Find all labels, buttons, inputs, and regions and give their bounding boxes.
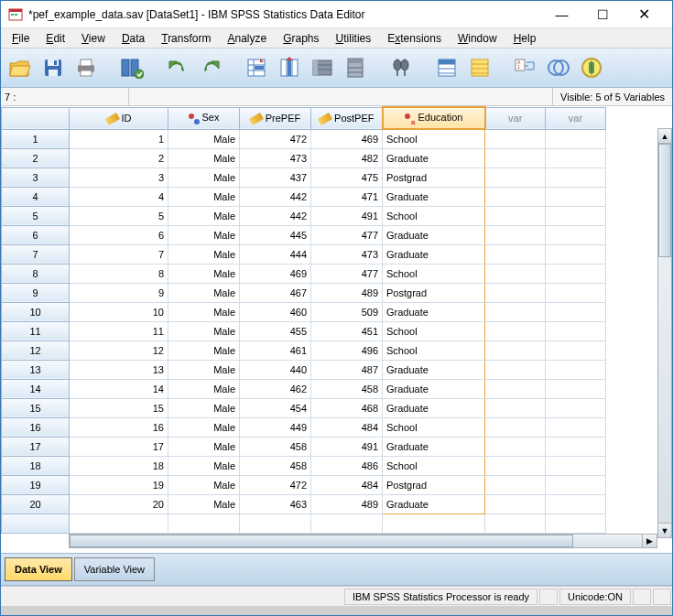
scroll-up-button[interactable]: ▲ [658,129,671,144]
data-cell[interactable] [546,244,606,264]
data-cell[interactable]: 484 [311,417,383,437]
row-header[interactable]: 12 [2,340,70,360]
data-cell[interactable]: 487 [311,360,383,379]
data-cell[interactable]: Postgrad [383,475,485,494]
row-header[interactable]: 13 [2,360,70,379]
data-cell[interactable]: Male [168,475,240,494]
row-header[interactable]: 11 [2,321,70,340]
data-cell[interactable]: School [383,129,485,148]
data-cell[interactable]: School [383,456,485,475]
row-header[interactable]: 3 [2,168,70,187]
goto-variable-button[interactable] [276,54,303,81]
variables-button[interactable] [309,54,336,81]
data-cell[interactable]: 463 [240,494,311,513]
data-cell[interactable]: 477 [311,225,383,244]
row-header[interactable]: 10 [2,302,70,321]
data-cell[interactable]: 12 [70,340,168,360]
data-cell[interactable]: 445 [240,225,311,244]
data-cell[interactable]: 10 [70,302,168,321]
data-cell[interactable]: 467 [240,283,311,302]
menu-data[interactable]: Data [114,30,152,47]
data-cell[interactable] [546,340,606,360]
data-cell[interactable] [485,264,546,283]
data-cell[interactable]: Graduate [383,225,485,244]
data-cell[interactable]: 473 [311,244,383,264]
data-cell[interactable]: 8 [70,264,168,283]
data-cell[interactable]: 491 [311,206,383,225]
data-cell[interactable]: Male [168,264,240,283]
scroll-right-button[interactable]: ▶ [642,535,657,547]
data-cell[interactable] [485,302,546,321]
show-all-variables-button[interactable] [578,54,605,81]
data-cell[interactable]: 3 [70,168,168,187]
data-cell[interactable]: 444 [240,244,311,264]
data-cell[interactable] [485,283,546,302]
data-cell[interactable]: School [383,321,485,340]
data-cell[interactable]: Graduate [383,437,485,456]
data-cell[interactable]: 5 [70,206,168,225]
open-button[interactable] [6,54,34,81]
data-cell[interactable]: Male [168,417,240,437]
data-cell[interactable]: Graduate [383,148,485,168]
row-header[interactable]: 18 [2,456,70,475]
row-header[interactable]: 9 [2,283,70,302]
data-cell[interactable]: 491 [311,437,383,456]
data-cell[interactable]: Graduate [383,398,485,417]
data-cell[interactable] [546,168,606,187]
data-cell[interactable]: 462 [240,379,311,398]
data-cell[interactable]: Graduate [383,187,485,206]
value-labels-button[interactable]: A1 [512,54,539,81]
data-cell[interactable] [168,513,240,533]
data-cell[interactable] [546,398,606,417]
row-header[interactable]: 7 [2,244,70,264]
row-header[interactable]: 16 [2,417,70,437]
data-cell[interactable]: 20 [70,494,168,513]
data-cell[interactable]: 9 [70,283,168,302]
data-cell[interactable] [546,321,606,340]
data-cell[interactable]: 17 [70,437,168,456]
data-cell[interactable]: Graduate [383,302,485,321]
data-cell[interactable]: 2 [70,148,168,168]
redo-button[interactable] [197,54,224,81]
data-cell[interactable] [546,417,606,437]
data-cell[interactable]: 496 [311,340,383,360]
data-cell[interactable] [485,321,546,340]
column-header-PostPEF[interactable]: PostPEF [311,107,383,129]
menu-analyze[interactable]: Analyze [220,30,274,47]
data-cell[interactable] [546,513,606,533]
data-cell[interactable] [485,475,546,494]
data-cell[interactable]: 442 [240,206,311,225]
data-cell[interactable]: 473 [240,148,311,168]
data-cell[interactable]: Male [168,168,240,187]
data-cell[interactable]: Male [168,206,240,225]
goto-case-button[interactable] [243,54,270,81]
data-cell[interactable] [485,148,546,168]
data-cell[interactable]: 469 [240,264,311,283]
row-header[interactable]: 20 [2,494,70,513]
data-cell[interactable]: Male [168,494,240,513]
column-header-PrePEF[interactable]: PrePEF [240,107,311,129]
row-header[interactable]: 6 [2,225,70,244]
data-cell[interactable]: 6 [70,225,168,244]
cell-value-input[interactable] [129,88,553,105]
row-header[interactable]: 2 [2,148,70,168]
data-cell[interactable]: Male [168,187,240,206]
menu-edit[interactable]: Edit [38,30,72,47]
menu-file[interactable]: File [5,30,37,47]
data-cell[interactable]: 461 [240,340,311,360]
find-button[interactable] [387,54,415,81]
data-cell[interactable] [546,187,606,206]
data-cell[interactable] [546,225,606,244]
data-cell[interactable]: Male [168,321,240,340]
data-cell[interactable]: Male [168,148,240,168]
data-cell[interactable]: Male [168,129,240,148]
data-cell[interactable]: Male [168,225,240,244]
tab-data-view[interactable]: Data View [5,557,72,581]
data-cell[interactable]: 509 [311,302,383,321]
menu-help[interactable]: Help [506,30,544,47]
data-cell[interactable]: Male [168,283,240,302]
close-button[interactable]: ✕ [624,2,665,27]
data-cell[interactable] [546,264,606,283]
data-cell[interactable]: Male [168,456,240,475]
horizontal-scrollbar[interactable]: ▶ [69,534,657,548]
